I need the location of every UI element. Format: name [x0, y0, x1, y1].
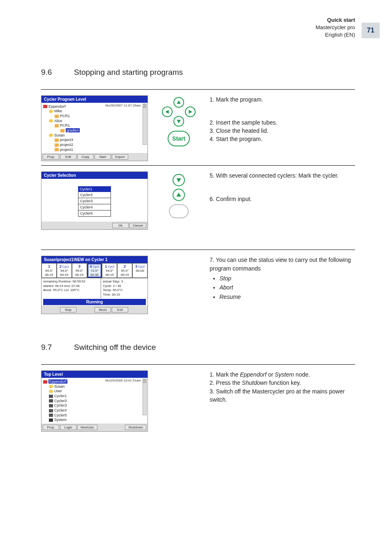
arrow-left-icon: [165, 109, 170, 114]
tree-cycler[interactable]: Cycler4: [43, 408, 140, 413]
tree-folder[interactable]: PCR1: [43, 114, 140, 119]
user-icon: [49, 390, 53, 393]
section-9-7-number: 9.7: [41, 343, 74, 352]
cycler-icon: [49, 414, 53, 417]
dpad-down-button[interactable]: [173, 174, 185, 186]
window-title: Top Level: [42, 371, 148, 378]
cycler-icon: [49, 404, 53, 407]
footer-prop-button[interactable]: Prop.: [43, 425, 59, 430]
dpad-cluster: [160, 97, 197, 127]
cycler-list-item[interactable]: Cycler4: [78, 204, 111, 210]
tree-user-alice[interactable]: Alice: [43, 119, 140, 124]
footer-ok-button[interactable]: Ok: [112, 223, 129, 228]
enter-button[interactable]: [169, 204, 189, 218]
page-number-badge: 71: [362, 23, 380, 38]
status-actual-step: actual Step: 3: [103, 280, 146, 284]
window-footer: x Stop x Abort Exit: [42, 306, 148, 314]
footer-start-button[interactable]: Start: [95, 154, 111, 160]
tree-folder[interactable]: project3: [43, 138, 140, 143]
svg-marker-5: [176, 193, 181, 197]
arrow-down-icon: [176, 119, 181, 124]
dpad-up-button[interactable]: [173, 189, 185, 201]
window-footer: Prop. Login NewUser Shutdown: [42, 423, 148, 431]
svg-marker-2: [189, 110, 192, 114]
timestamp: Mo/30/2007 11:07:26am: [105, 104, 141, 107]
tree-user[interactable]: Susan: [43, 384, 140, 389]
footer-prop-button[interactable]: Prop.: [43, 154, 59, 160]
folder-icon: [55, 124, 59, 127]
cycler-list-item[interactable]: Cycler5: [78, 210, 111, 217]
divider: [41, 364, 355, 365]
dpad-right-button[interactable]: [185, 106, 196, 117]
footer-copy-button[interactable]: Copy: [77, 154, 94, 160]
cycler-icon: [49, 395, 53, 398]
program-step: 355.0°00:15: [72, 263, 87, 278]
scrollbar[interactable]: [143, 379, 147, 415]
svg-marker-3: [177, 120, 181, 123]
footer-stop-button[interactable]: Stop: [60, 307, 76, 312]
cycler-list: Cycler1 Cycler2 Cycler3 Cycler4 Cycler5: [78, 186, 111, 217]
tree-user-mike[interactable]: Mike: [43, 109, 140, 114]
folder-icon: [55, 139, 59, 142]
program-icon: [60, 129, 65, 132]
footer-abort-button[interactable]: Abort: [95, 307, 111, 312]
cycler-list-selected[interactable]: Cycler1: [78, 186, 111, 192]
folder-icon: [55, 143, 59, 147]
footer-shutdown-button[interactable]: Shutdown: [125, 425, 146, 430]
svg-marker-1: [165, 110, 168, 114]
cycler-list-item[interactable]: Cycler3: [78, 198, 111, 204]
tree-folder[interactable]: project2: [43, 143, 140, 148]
section-9-6-text: Stopping and starting programs: [74, 68, 183, 76]
program-step-active: 4 Cyc172.0°00:30: [87, 263, 102, 278]
cycler-list-item[interactable]: Cycler2: [78, 192, 111, 198]
instruction-text: 5. With several connected cyclers: Mark …: [210, 171, 355, 180]
footer-export-button[interactable]: Export: [112, 154, 128, 160]
dpad-down-button[interactable]: [173, 116, 184, 127]
program-steps-row: 194.0°00:15 2 Cyc194.0°00:15 355.0°00:15…: [42, 263, 148, 278]
program-step: 255.0°00:15: [117, 263, 132, 278]
folder-icon: [55, 115, 59, 118]
tree-program-selected[interactable]: gradien: [43, 128, 140, 133]
window-title: Susan\project1\NEW on Cycler 1: [42, 256, 148, 263]
tree-cycler[interactable]: Cycler2: [43, 399, 140, 404]
screenshot-status-view: Susan\project1\NEW on Cycler 1 194.0°00:…: [41, 256, 148, 314]
program-step: 194.0°00:15: [42, 263, 57, 278]
status-running-bar: Running: [43, 299, 146, 305]
status-block-lid: Block: 55.0°C Lid: 105°C: [43, 288, 99, 292]
tree-user[interactable]: User: [43, 389, 140, 394]
tree-folder[interactable]: project1: [43, 148, 140, 153]
instruction-text: 7. You can use the status view to carry …: [210, 256, 355, 273]
tree-user-susan[interactable]: Susan: [43, 133, 140, 138]
tree-cycler[interactable]: Cycler1: [43, 394, 140, 399]
instruction-text: 4. Start the program.: [210, 135, 355, 143]
footer-edit-button[interactable]: Edit: [60, 154, 76, 160]
tree-cycler[interactable]: Cycler5: [43, 413, 140, 418]
tree-cycler[interactable]: Cycler3: [43, 403, 140, 408]
status-start-end: started: 06:23 end: 07:46: [43, 284, 99, 288]
section-9-6-number: 9.6: [41, 68, 74, 77]
arrow-up-icon: [176, 100, 181, 105]
tree-folder[interactable]: PCR1: [43, 123, 140, 128]
start-button[interactable]: Start: [168, 131, 190, 146]
command-list: Stop Abort Resume: [219, 274, 355, 301]
status-info: remaining Runtime: 00:59:52 started: 06:…: [42, 278, 148, 298]
header-product: Mastercycler pro: [41, 24, 355, 31]
divider: [41, 89, 355, 90]
dpad-up-button[interactable]: [173, 97, 184, 108]
folder-icon: [55, 148, 59, 151]
footer-exit-button[interactable]: Exit: [112, 307, 128, 312]
user-icon: [49, 134, 53, 137]
footer-newuser-button[interactable]: NewUser: [77, 425, 97, 430]
tree-system[interactable]: System: [43, 418, 140, 423]
window-title: Cycler Program Level: [42, 96, 148, 103]
footer-cancel-button[interactable]: Cancel: [129, 223, 146, 228]
scrollbar[interactable]: [143, 104, 147, 145]
instruction-text: 2. Press the Shutdown function key.: [210, 379, 355, 387]
dpad-left-button[interactable]: [162, 106, 173, 117]
arrow-down-icon: [176, 177, 182, 183]
system-icon: [49, 419, 53, 422]
cycler-icon: [49, 409, 53, 412]
footer-login-button[interactable]: Login: [60, 425, 76, 430]
status-cycle: Cycle: 2 / 30: [103, 284, 146, 288]
program-step: 1 Cyc294.0°00:15: [102, 263, 117, 278]
